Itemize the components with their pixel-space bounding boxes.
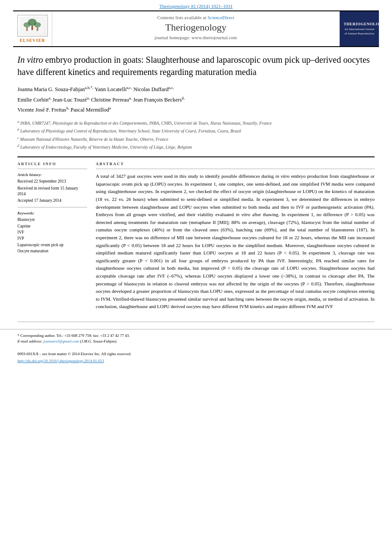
affil-a: a INRA, UMR7247, Physiologie de la Repro…	[17, 119, 375, 126]
article-history-label: Article history:	[17, 173, 87, 177]
author-1: Joanna Maria G. Souza-Fabjana,b,*,	[17, 86, 94, 92]
two-column-layout: ARTICLE INFO Article history: Received 2…	[17, 162, 375, 311]
homepage-prefix: journal homepage: www.theriojournal.com	[155, 35, 237, 40]
journal-ref-text: Theriogenology 81 (2014) 1021–1031	[159, 3, 233, 9]
footer-divider	[17, 322, 375, 322]
svg-rect-6	[37, 27, 38, 31]
journal-badge: THERIOGENOLOGY An International Journal …	[342, 20, 377, 37]
elsevier-logo: ELSEVIER	[17, 15, 48, 43]
svg-point-3	[34, 22, 41, 27]
page: Theriogenology 81 (2014) 1021–1031	[0, 0, 392, 536]
author-8: Vicente José F. Freitasb,	[17, 107, 69, 113]
main-content: In vitro embryo production in goats: Sla…	[0, 47, 392, 317]
main-divider	[17, 156, 375, 157]
article-info-divider	[17, 169, 87, 169]
elsevier-name: ELSEVIER	[17, 38, 48, 43]
journal-badge-area: THERIOGENOLOGY An International Journal …	[340, 11, 379, 46]
science-direct-info: Contents lists available at ScienceDirec…	[57, 15, 335, 20]
email-label: E-mail address:	[17, 339, 42, 343]
date-received: Received 22 September 2013	[17, 179, 87, 184]
keyword-blastocyst: Blastocyst	[17, 217, 87, 223]
article-info-column: ARTICLE INFO Article history: Received 2…	[17, 162, 87, 311]
authors-list: Joanna Maria G. Souza-Fabjana,b,*, Yann …	[17, 84, 375, 115]
footer: * Corresponding author. Tel.: +33 608 27…	[0, 329, 392, 349]
svg-point-2	[24, 22, 30, 27]
badge-subtitle: An International Journal of Animal Repro…	[344, 27, 375, 35]
affil-c: c Museum National d'Histoire Naturelle, …	[17, 136, 375, 142]
keyword-ivf: IVF	[17, 230, 87, 235]
doi-link[interactable]: http://dx.doi.org/10.1016/j.theriogenolo…	[17, 359, 104, 363]
author-7: Jean François Beckersd,	[133, 97, 185, 103]
author-3: Nicolas Duffarda,c,	[133, 86, 174, 92]
corresponding-author-info: * Corresponding author. Tel.: +33 608 27…	[17, 333, 375, 345]
badge-title: THERIOGENOLOGY	[344, 22, 375, 26]
author-5: Jean-Luc Touzéa,	[53, 97, 90, 103]
elsevier-logo-image	[17, 15, 48, 37]
author-2: Yann Locatellia,c,	[95, 86, 132, 92]
article-info-heading: ARTICLE INFO	[17, 162, 87, 166]
footer-bottom: 0093-691X/$ – see front matter © 2014 El…	[0, 349, 392, 356]
journal-title-area: Contents lists available at ScienceDirec…	[52, 11, 340, 46]
article-title: In vitro embryo production in goats: Sla…	[17, 54, 375, 78]
keyword-caprine: Caprine	[17, 224, 87, 229]
abstract-body: A total of 3427 goat oocytes were used i…	[96, 173, 375, 311]
email-address[interactable]: joannavel@gmail.com	[44, 339, 79, 343]
date-revised: Received in revised form 15 January 2014	[17, 186, 87, 197]
author-6: Christine Perreaua,	[91, 97, 132, 103]
abstract-heading: ABSTRACT	[96, 162, 375, 166]
science-direct-prefix: Contents lists available at	[157, 15, 206, 20]
author-4: Emilie Corbina,	[17, 97, 51, 103]
abstract-divider	[96, 169, 375, 169]
keyword-lopu: Laparoscopic ovum pick up	[17, 242, 87, 248]
keywords-divider	[17, 207, 87, 207]
svg-rect-5	[26, 27, 28, 31]
elsevier-logo-area: ELSEVIER	[13, 11, 52, 46]
journal-main-title: Theriogenology	[57, 22, 335, 33]
affil-d: d Laboratory of Endocrinology, Faculty o…	[17, 143, 375, 150]
keywords-label: Keywords:	[17, 211, 87, 215]
keyword-ivp: IVP	[17, 236, 87, 241]
abstract-column: ABSTRACT A total of 3427 goat oocytes we…	[96, 162, 375, 311]
science-direct-link[interactable]: ScienceDirect	[207, 15, 234, 20]
issn-copyright: 0093-691X/$ – see front matter © 2014 El…	[17, 352, 132, 356]
email-name: (J.M.G. Souza-Fabjan).	[80, 339, 117, 343]
keyword-oocyte: Oocyte maturation	[17, 248, 87, 254]
date-accepted: Accepted 17 January 2014	[17, 198, 87, 204]
svg-rect-4	[31, 26, 33, 30]
corresponding-author-text: * Corresponding author. Tel.: +33 608 27…	[17, 333, 130, 338]
journal-homepage: journal homepage: www.theriojournal.com	[57, 35, 335, 40]
journal-header: ELSEVIER Contents lists available at Sci…	[13, 10, 379, 47]
elsevier-tree-icon	[20, 17, 44, 34]
affil-b: b Laboratory of Physiology and Control o…	[17, 127, 375, 134]
journal-reference[interactable]: Theriogenology 81 (2014) 1021–1031	[0, 0, 392, 10]
title-main-part: embryo production in goats: Slaughterhou…	[17, 55, 370, 77]
doi-area: http://dx.doi.org/10.1016/j.theriogenolo…	[0, 356, 392, 368]
author-9: Pascal Mermilloda	[71, 107, 111, 113]
title-italic-part: In vitro	[17, 55, 43, 64]
affiliations: a INRA, UMR7247, Physiologie de la Repro…	[17, 119, 375, 150]
